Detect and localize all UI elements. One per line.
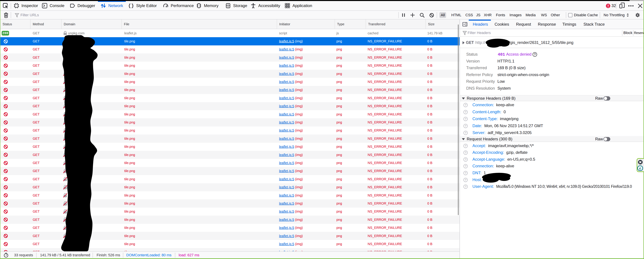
svg-text:?: ? bbox=[465, 131, 466, 135]
svg-text:?: ? bbox=[465, 172, 466, 175]
svg-text:?: ? bbox=[465, 165, 466, 168]
svg-text:?: ? bbox=[465, 158, 466, 161]
svg-text:?: ? bbox=[465, 124, 466, 127]
svg-text:?: ? bbox=[465, 178, 466, 181]
svg-text:?: ? bbox=[534, 53, 536, 56]
svg-text:?: ? bbox=[465, 117, 466, 121]
svg-text:?: ? bbox=[465, 185, 466, 188]
svg-text:?: ? bbox=[465, 151, 466, 154]
svg-text:?: ? bbox=[465, 144, 466, 147]
svg-text:?: ? bbox=[465, 110, 466, 114]
svg-text:e: e bbox=[639, 166, 641, 171]
svg-text:?: ? bbox=[465, 104, 466, 107]
